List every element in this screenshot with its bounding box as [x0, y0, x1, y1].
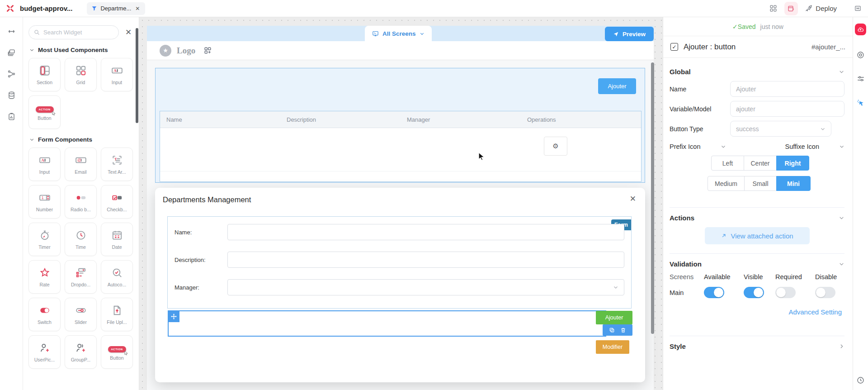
- widget-card-autoco[interactable]: Autoco...: [101, 260, 133, 294]
- view-attached-action-button[interactable]: View attached action: [705, 227, 810, 244]
- widget-card-rate[interactable]: Rate: [28, 260, 61, 294]
- widget-card-label: UserPic...: [34, 357, 55, 362]
- widget-card-timer[interactable]: Timer: [28, 223, 61, 256]
- ajouter-button[interactable]: Ajouter: [598, 78, 636, 94]
- canvas-scrollbar[interactable]: [651, 62, 654, 334]
- dashboard-icon[interactable]: [769, 5, 777, 12]
- hierarchy-icon[interactable]: [7, 70, 16, 78]
- preview-button[interactable]: Preview: [605, 27, 654, 41]
- widget-card-number[interactable]: 1Number: [28, 185, 61, 219]
- tab-close-icon[interactable]: ✕: [134, 5, 141, 12]
- database-icon[interactable]: [7, 91, 16, 100]
- style-section-header[interactable]: Style: [670, 342, 844, 350]
- modal-ajouter-button[interactable]: Ajouter: [596, 311, 632, 324]
- widget-card-input[interactable]: AInput: [101, 58, 133, 91]
- deploy-button[interactable]: Deploy: [805, 5, 837, 12]
- screen-selector[interactable]: All Screens: [365, 26, 432, 41]
- arrows-horizontal-icon[interactable]: [7, 27, 16, 36]
- widget-section-header[interactable]: Most Used Components: [29, 47, 135, 53]
- segment-left[interactable]: Left: [711, 156, 744, 171]
- sliders-icon[interactable]: [857, 75, 865, 83]
- editor-active-icon[interactable]: [784, 2, 798, 15]
- widget-panel-scrollbar[interactable]: [136, 28, 138, 123]
- disable-toggle[interactable]: [815, 287, 835, 298]
- widget-card-slider[interactable]: Slider: [65, 298, 97, 331]
- validation-section-header[interactable]: Validation: [670, 260, 844, 268]
- widget-tools: [603, 324, 632, 336]
- widget-card-switch[interactable]: Switch: [28, 298, 61, 331]
- widget-card-date[interactable]: Date: [101, 223, 133, 256]
- layers-icon[interactable]: [7, 48, 16, 57]
- widget-card-label: Dropdo...: [71, 282, 90, 287]
- segment-small[interactable]: Small: [744, 176, 777, 191]
- widget-card-userpic[interactable]: UserPic...: [28, 335, 61, 369]
- input-icon: A: [39, 154, 51, 166]
- history-icon[interactable]: [856, 376, 865, 385]
- widget-section-header[interactable]: Form Components: [29, 136, 135, 143]
- prefix-icon-select[interactable]: Prefix Icon: [670, 143, 726, 150]
- form-widget[interactable]: Form Name:Description:Manager:: [167, 216, 632, 309]
- widget-card-text-ar[interactable]: TText Ar...: [101, 147, 133, 181]
- widget-card-radio-b[interactable]: Radio b...: [65, 185, 97, 219]
- widget-card-groupp[interactable]: GroupP...: [65, 335, 97, 369]
- widget-card-email[interactable]: @Email: [65, 147, 97, 181]
- eye-icon[interactable]: [856, 51, 865, 59]
- visible-toggle[interactable]: [744, 287, 764, 298]
- search-widget-box[interactable]: [28, 25, 119, 39]
- advanced-setting-link[interactable]: Advanced Setting: [670, 308, 842, 316]
- widget-card-button[interactable]: ACTIONButton: [101, 335, 133, 369]
- widget-card-input[interactable]: AInput: [28, 147, 61, 181]
- widget-section-title: Most Used Components: [38, 47, 108, 53]
- form-select-field[interactable]: [227, 279, 624, 295]
- widget-card-section[interactable]: Section: [28, 58, 61, 91]
- cursor-click-icon[interactable]: [856, 98, 865, 107]
- segment-medium[interactable]: Medium: [708, 176, 745, 191]
- widget-card-checkb[interactable]: Checkb...: [101, 185, 133, 219]
- panel-close-icon[interactable]: ✕: [125, 28, 132, 37]
- clipboard-chart-icon[interactable]: [7, 112, 16, 121]
- search-icon: [33, 29, 40, 36]
- widget-card-grid[interactable]: Grid: [65, 58, 97, 91]
- available-toggle[interactable]: [704, 287, 724, 298]
- widget-card-button[interactable]: ACTIONButton: [28, 95, 61, 129]
- required-toggle[interactable]: [775, 287, 796, 298]
- button-type-select[interactable]: success: [730, 121, 831, 137]
- component-title: Ajouter : button: [684, 43, 736, 52]
- design-canvas[interactable]: All Screens Preview ★ Logo Ajouter NameD…: [139, 17, 663, 390]
- departments-modal: Departments Management ✕ Form Name:Descr…: [155, 188, 645, 382]
- suffix-icon-select[interactable]: Suffixe Icon: [785, 143, 844, 150]
- trash-icon[interactable]: [620, 327, 626, 333]
- form-input-field[interactable]: [227, 252, 624, 268]
- selected-widget-row[interactable]: [168, 310, 606, 337]
- userpicker-icon: [39, 342, 51, 354]
- document-tab[interactable]: Departme... ✕: [87, 2, 145, 15]
- table-header: NameDescriptionManagerOperations: [160, 111, 641, 128]
- code-window-icon[interactable]: [854, 5, 862, 12]
- global-section-header[interactable]: Global: [670, 68, 844, 76]
- name-field[interactable]: [730, 81, 844, 97]
- widget-card-time[interactable]: Time: [65, 223, 97, 256]
- grid-plus-icon[interactable]: [203, 46, 212, 55]
- move-handle[interactable]: [168, 310, 179, 322]
- departments-table[interactable]: NameDescriptionManagerOperations ⚙: [160, 111, 642, 182]
- segment-mini[interactable]: Mini: [776, 176, 811, 191]
- segment-right[interactable]: Right: [776, 156, 809, 171]
- export-button[interactable]: [855, 24, 866, 35]
- copy-icon[interactable]: [609, 327, 615, 333]
- modal-modifier-button[interactable]: Modifier: [596, 340, 629, 354]
- segment-center[interactable]: Center: [744, 156, 777, 171]
- validation-row: Main: [670, 287, 844, 298]
- actions-section-header[interactable]: Actions: [670, 214, 844, 222]
- section-container[interactable]: Ajouter NameDescriptionManagerOperations…: [155, 68, 645, 183]
- component-checkbox[interactable]: ✓: [670, 43, 678, 51]
- search-widget-input[interactable]: [43, 29, 107, 36]
- column-header-operations: Operations: [521, 116, 641, 123]
- widget-card-file-upl[interactable]: File Upl...: [101, 298, 133, 331]
- chevron-down-icon: [29, 48, 34, 52]
- modal-close-icon[interactable]: ✕: [630, 194, 636, 204]
- row-settings-button[interactable]: ⚙: [544, 137, 567, 156]
- variable-field[interactable]: [730, 101, 844, 117]
- form-input-field[interactable]: [227, 224, 624, 240]
- widget-card-dropdo[interactable]: Dropdo...: [65, 260, 97, 294]
- button-type-value: success: [736, 125, 759, 133]
